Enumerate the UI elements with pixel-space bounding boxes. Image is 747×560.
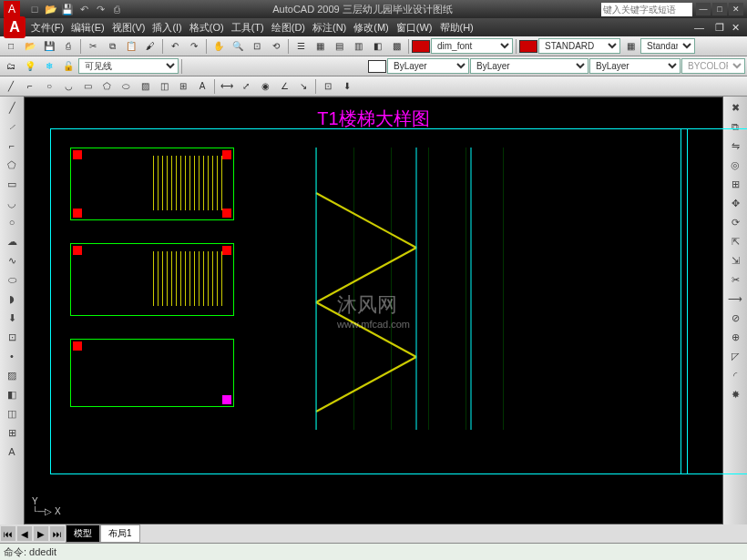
zoom-previous-icon[interactable]: ⟲ — [267, 38, 285, 55]
markup-icon[interactable]: ◧ — [368, 38, 386, 55]
doc-close-button[interactable]: ✕ — [728, 22, 743, 34]
calc-icon[interactable]: ▩ — [387, 38, 405, 55]
doc-restore-button[interactable]: ❐ — [711, 22, 728, 34]
rect-icon[interactable]: ▭ — [78, 78, 97, 95]
dim-aligned-icon[interactable]: ⤢ — [237, 78, 255, 95]
dimstyle-combo[interactable]: dim_font — [431, 38, 513, 54]
linetype-combo[interactable]: ByLayer — [470, 58, 588, 74]
menu-window[interactable]: 窗口(W) — [393, 21, 436, 35]
rect-tool-icon[interactable]: ▭ — [2, 175, 22, 193]
qat-redo-icon[interactable]: ↷ — [93, 2, 107, 16]
table-tool-icon[interactable]: ⊞ — [2, 423, 22, 442]
dim-radius-icon[interactable]: ◉ — [256, 78, 274, 95]
paste-icon[interactable]: 📋 — [122, 38, 140, 55]
redo-icon[interactable]: ↷ — [185, 38, 203, 55]
tab-layout1[interactable]: 布局1 — [100, 524, 140, 543]
region-tool-icon[interactable]: ◫ — [2, 404, 22, 423]
lineweight-combo[interactable]: ByLayer — [589, 58, 680, 74]
xline-tool-icon[interactable]: ⟋ — [2, 117, 22, 136]
plotstyle-combo[interactable]: BYCOLOR — [681, 58, 745, 74]
ellipsearc-tool-icon[interactable]: ◗ — [2, 290, 22, 308]
toolpalettes-icon[interactable]: ▤ — [330, 38, 348, 55]
designcenter-icon[interactable]: ▦ — [311, 38, 329, 55]
doc-minimize-button[interactable]: — — [691, 22, 708, 33]
spline-tool-icon[interactable]: ∿ — [2, 251, 22, 270]
undo-icon[interactable]: ↶ — [166, 38, 184, 55]
layer-freeze-icon[interactable]: ❄ — [40, 58, 58, 75]
plot-icon[interactable]: ⎙ — [59, 38, 77, 55]
qat-print-icon[interactable]: ⎙ — [109, 2, 124, 16]
tablestyle-combo[interactable]: Standar — [640, 38, 695, 54]
insert-icon[interactable]: ⬇ — [338, 78, 356, 95]
color-swatch[interactable] — [368, 60, 386, 73]
matchprop-icon[interactable]: 🖌 — [141, 38, 159, 55]
pline-tool-icon[interactable]: ⌐ — [2, 137, 22, 155]
gradient-tool-icon[interactable]: ◧ — [2, 385, 22, 403]
tab-first-icon[interactable]: ⏮ — [1, 526, 15, 541]
tab-next-icon[interactable]: ▶ — [34, 526, 48, 541]
menu-file[interactable]: 文件(F) — [27, 21, 67, 35]
save-icon[interactable]: 💾 — [40, 38, 58, 55]
drawing-canvas[interactable]: T1楼梯大样图 — [24, 97, 723, 524]
ellipse-tool-icon[interactable]: ⬭ — [2, 270, 22, 289]
ellipse-icon[interactable]: ⬭ — [117, 78, 135, 95]
leader-icon[interactable]: ↘ — [294, 78, 312, 95]
table-icon[interactable]: ⊞ — [174, 78, 192, 95]
tab-model[interactable]: 模型 — [66, 524, 100, 543]
makeblock-tool-icon[interactable]: ⊡ — [2, 328, 22, 346]
menu-modify[interactable]: 修改(M) — [350, 21, 393, 35]
textstyle-combo[interactable]: STANDARD — [538, 38, 620, 54]
menu-edit[interactable]: 编辑(E) — [67, 21, 108, 35]
menu-insert[interactable]: 插入(I) — [148, 21, 185, 35]
dimstyle-swatch[interactable] — [412, 40, 430, 53]
command-line[interactable]: 命令: ddedit 选择注释对象或 [放弃(U)]: *取消* 命令: — [0, 543, 747, 560]
qat-open-icon[interactable]: 📂 — [44, 2, 58, 16]
circle-icon[interactable]: ○ — [40, 78, 58, 95]
polygon-icon[interactable]: ⬠ — [97, 78, 116, 95]
qat-save-icon[interactable]: 💾 — [60, 2, 75, 16]
mtext-tool-icon[interactable]: A — [2, 443, 22, 461]
revcloud-tool-icon[interactable]: ☁ — [2, 232, 22, 250]
hatch-tool-icon[interactable]: ▨ — [2, 366, 22, 384]
menu-view[interactable]: 视图(V) — [108, 21, 149, 35]
tablestyle-icon[interactable]: ▦ — [621, 38, 640, 55]
arc-icon[interactable]: ◡ — [59, 78, 77, 95]
close-button[interactable]: ✕ — [729, 3, 743, 15]
line-tool-icon[interactable]: ╱ — [2, 98, 22, 117]
qat-new-icon[interactable]: □ — [27, 2, 42, 16]
menu-tools[interactable]: 工具(T) — [228, 21, 268, 35]
maximize-button[interactable]: □ — [712, 3, 727, 15]
polygon-tool-icon[interactable]: ⬠ — [2, 156, 22, 174]
layer-on-icon[interactable]: 💡 — [21, 58, 39, 75]
tab-prev-icon[interactable]: ◀ — [17, 526, 32, 541]
layer-combo[interactable]: 可见线 — [78, 58, 179, 74]
pline-icon[interactable]: ⌐ — [21, 78, 39, 95]
color-combo[interactable]: ByLayer — [387, 58, 469, 74]
arc-tool-icon[interactable]: ◡ — [2, 194, 22, 212]
help-search-input[interactable] — [601, 3, 692, 16]
block-icon[interactable]: ⊡ — [319, 78, 337, 95]
minimize-button[interactable]: — — [696, 3, 711, 15]
erase-icon[interactable]: ✖ — [725, 98, 745, 117]
insertblock-tool-icon[interactable]: ⬇ — [2, 309, 22, 327]
menu-dimension[interactable]: 标注(N) — [309, 21, 350, 35]
zoom-window-icon[interactable]: ⊡ — [248, 38, 266, 55]
properties-icon[interactable]: ☰ — [292, 38, 310, 55]
textstyle-swatch[interactable] — [519, 40, 537, 53]
circle-tool-icon[interactable]: ○ — [2, 213, 22, 231]
sheetset-icon[interactable]: ▥ — [349, 38, 367, 55]
zoom-icon[interactable]: 🔍 — [229, 38, 247, 55]
menu-format[interactable]: 格式(O) — [186, 21, 228, 35]
point-tool-icon[interactable]: • — [2, 347, 22, 365]
layer-props-icon[interactable]: 🗂 — [2, 58, 20, 75]
mtext-icon[interactable]: A — [193, 78, 211, 95]
copy-icon[interactable]: ⧉ — [103, 38, 121, 55]
hatch-icon[interactable]: ▨ — [136, 78, 154, 95]
pan-icon[interactable]: ✋ — [210, 38, 228, 55]
layer-lock-icon[interactable]: 🔓 — [59, 58, 77, 75]
menu-help[interactable]: 帮助(H) — [436, 21, 477, 35]
region-icon[interactable]: ◫ — [155, 78, 173, 95]
tab-last-icon[interactable]: ⏭ — [50, 526, 65, 541]
open-icon[interactable]: 📂 — [21, 38, 39, 55]
new-icon[interactable]: □ — [2, 38, 20, 55]
